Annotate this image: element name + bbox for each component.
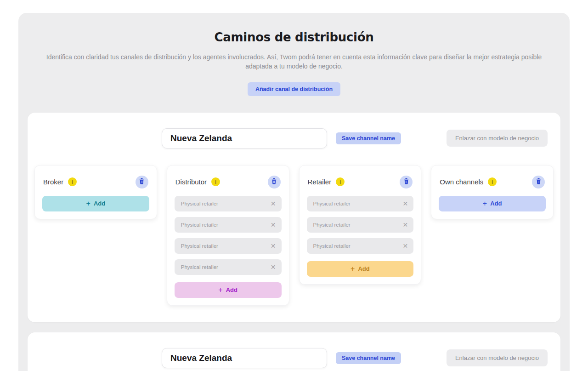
agent-name-input[interactable] bbox=[175, 238, 282, 254]
close-icon: ✕ bbox=[403, 242, 408, 250]
agent-input-row: ✕ bbox=[307, 217, 414, 233]
agent-columns: Broker i + Add Distributor i bbox=[34, 165, 554, 306]
close-icon: ✕ bbox=[403, 221, 408, 228]
agent-name-input[interactable] bbox=[175, 196, 282, 211]
trash-icon bbox=[536, 178, 542, 186]
page-subtitle: Identifica con claridad tus canales de d… bbox=[46, 52, 542, 71]
agent-input-row: ✕ bbox=[175, 259, 282, 275]
add-agent-label: Add bbox=[358, 265, 369, 272]
remove-agent-button[interactable]: ✕ bbox=[269, 242, 278, 250]
plus-icon: + bbox=[86, 200, 90, 207]
column-label: Distributor bbox=[175, 178, 207, 186]
add-agent-button[interactable]: + Add bbox=[307, 261, 414, 277]
agent-name-input[interactable] bbox=[307, 196, 414, 211]
info-icon[interactable]: i bbox=[211, 177, 220, 186]
column-label: Retailer bbox=[308, 178, 332, 186]
save-channel-name-button[interactable]: Save channel name bbox=[336, 132, 401, 144]
add-agent-label: Add bbox=[490, 200, 502, 207]
plus-icon: + bbox=[351, 265, 355, 273]
agent-input-row: ✕ bbox=[307, 196, 414, 211]
add-agent-button[interactable]: + Add bbox=[175, 282, 282, 298]
agent-input-row: ✕ bbox=[175, 217, 282, 233]
close-icon: ✕ bbox=[271, 221, 276, 228]
plus-icon: + bbox=[483, 200, 487, 207]
column-retailer: Retailer i ✕ bbox=[299, 165, 422, 285]
agent-input-row: ✕ bbox=[307, 238, 414, 254]
agent-name-input[interactable] bbox=[307, 217, 414, 233]
close-icon: ✕ bbox=[271, 200, 276, 207]
remove-agent-button[interactable]: ✕ bbox=[269, 200, 278, 208]
channel-header: Save channel name Enlazar con modelo de … bbox=[40, 348, 548, 368]
agent-input-row: ✕ bbox=[175, 238, 282, 254]
link-business-model-button[interactable]: Enlazar con modelo de negocio bbox=[447, 130, 548, 147]
delete-column-button[interactable] bbox=[136, 176, 148, 188]
delete-column-button[interactable] bbox=[268, 176, 281, 188]
page-background: Caminos de distribución Identifica con c… bbox=[18, 13, 570, 371]
page-title: Caminos de distribución bbox=[18, 30, 570, 44]
channel-card: Save channel name Enlazar con modelo de … bbox=[28, 113, 560, 322]
remove-agent-button[interactable]: ✕ bbox=[401, 200, 410, 208]
add-agent-button[interactable]: + Add bbox=[439, 196, 546, 211]
agent-input-row: ✕ bbox=[175, 196, 282, 211]
plus-icon: + bbox=[218, 286, 222, 294]
link-business-model-button[interactable]: Enlazar con modelo de negocio bbox=[447, 349, 548, 366]
add-agent-label: Add bbox=[94, 200, 105, 207]
column-label: Own channels bbox=[440, 178, 483, 186]
add-distribution-channel-button[interactable]: Añadir canal de distribución bbox=[248, 82, 340, 96]
agent-name-input[interactable] bbox=[175, 259, 282, 275]
column-header: Broker i bbox=[43, 176, 148, 188]
trash-icon bbox=[139, 178, 145, 186]
delete-column-button[interactable] bbox=[400, 176, 413, 188]
trash-icon bbox=[271, 178, 277, 186]
remove-agent-button[interactable]: ✕ bbox=[401, 242, 410, 250]
close-icon: ✕ bbox=[271, 263, 276, 271]
column-distributor: Distributor i ✕ bbox=[167, 165, 289, 306]
column-header: Distributor i bbox=[175, 176, 281, 188]
save-channel-name-button[interactable]: Save channel name bbox=[336, 352, 401, 364]
delete-column-button[interactable] bbox=[532, 176, 545, 188]
remove-agent-button[interactable]: ✕ bbox=[401, 221, 410, 229]
channel-card: Save channel name Enlazar con modelo de … bbox=[28, 332, 560, 371]
column-broker: Broker i + Add bbox=[34, 165, 157, 219]
info-icon[interactable]: i bbox=[488, 177, 497, 186]
add-agent-button[interactable]: + Add bbox=[42, 196, 149, 211]
add-channel-row: Añadir canal de distribución bbox=[18, 82, 570, 96]
column-own-channels: Own channels i + Add bbox=[431, 165, 554, 219]
info-icon[interactable]: i bbox=[68, 177, 77, 186]
column-header: Retailer i bbox=[308, 176, 413, 188]
column-header: Own channels i bbox=[440, 176, 545, 188]
channel-name-input[interactable] bbox=[162, 128, 327, 148]
add-agent-label: Add bbox=[226, 286, 237, 293]
close-icon: ✕ bbox=[403, 200, 408, 207]
trash-icon bbox=[403, 178, 409, 186]
info-icon[interactable]: i bbox=[336, 177, 345, 186]
agent-name-input[interactable] bbox=[307, 238, 414, 254]
column-label: Broker bbox=[43, 178, 63, 186]
remove-agent-button[interactable]: ✕ bbox=[269, 221, 278, 229]
channel-header: Save channel name Enlazar con modelo de … bbox=[40, 128, 548, 148]
agent-name-input[interactable] bbox=[175, 217, 282, 233]
channel-name-input[interactable] bbox=[162, 348, 327, 368]
close-icon: ✕ bbox=[271, 242, 276, 250]
remove-agent-button[interactable]: ✕ bbox=[269, 263, 278, 271]
